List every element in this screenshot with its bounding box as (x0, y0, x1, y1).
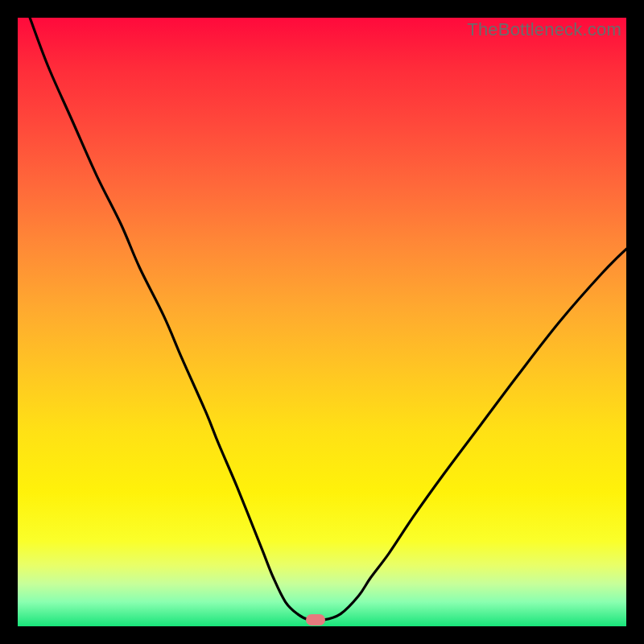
optimum-marker (306, 614, 325, 625)
curve-path (30, 18, 626, 621)
plot-area: TheBottleneck.com (18, 18, 626, 626)
chart-frame: TheBottleneck.com (0, 0, 644, 644)
bottleneck-curve (18, 18, 626, 626)
